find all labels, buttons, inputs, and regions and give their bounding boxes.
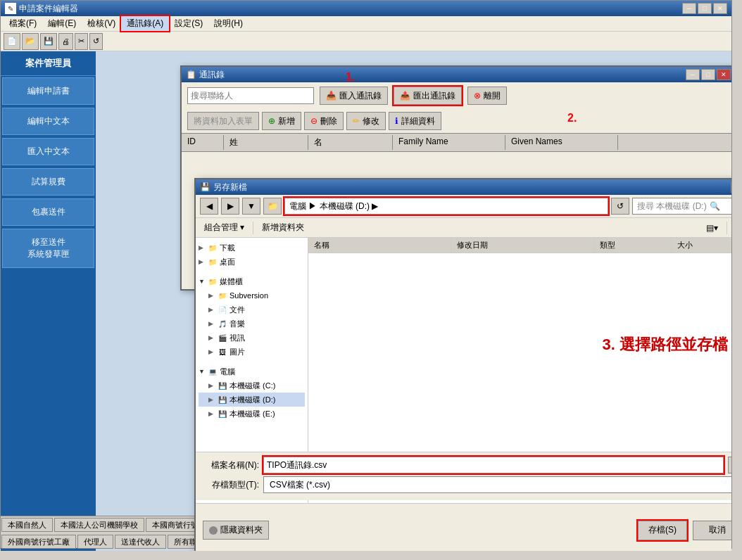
sidebar-item-import-chinese[interactable]: 匯入中文本 — [2, 138, 94, 165]
addr-maximize-btn[interactable]: □ — [701, 69, 715, 80]
expand-icon: ▼ — [199, 278, 207, 285]
expand-icon: ▶ — [208, 382, 217, 389]
sidebar-item-edit-app[interactable]: 編輯申請書 — [2, 77, 94, 105]
delete-contact-button[interactable]: ⊖ 刪除 — [304, 112, 344, 130]
nav-path[interactable]: 電腦 ▶ 本機磁碟 (D:) ▶ — [284, 198, 608, 215]
tree-item-download[interactable]: ▶ 📁 下載 — [199, 241, 305, 255]
tree-label: 下載 — [220, 243, 235, 253]
new-icon: ⊕ — [268, 116, 275, 126]
nav-bar: ◀ ▶ ▼ 📁 電腦 ▶ 本機磁碟 (D:) ▶ ↺ 搜尋 本機磁碟 (D:) … — [196, 195, 731, 218]
new-contact-button[interactable]: ⊕ 新增 — [262, 112, 301, 130]
filename-input[interactable] — [263, 457, 724, 473]
expand-icon: ▶ — [208, 320, 217, 327]
filetype-row: 存檔類型(T): CSV檔案 (*.csv) — [203, 476, 731, 493]
menu-settings[interactable]: 設定(S) — [169, 16, 208, 31]
tree-label: 文件 — [229, 305, 245, 315]
save-button[interactable]: 存檔(S) — [638, 521, 687, 540]
files-header: 名稱 修改日期 類型 大小 — [308, 238, 731, 253]
sidebar-item-calc-fee[interactable]: 試算規費 — [2, 168, 94, 196]
filetype-select[interactable]: CSV檔案 (*.csv) — [263, 476, 731, 493]
main-toolbar: 📄 📂 💾 🖨 ✂ ↺ — [1, 32, 731, 51]
expand-icon: ▶ — [208, 396, 217, 403]
menu-address[interactable]: 通訊錄(A) — [121, 16, 169, 31]
close-address-button[interactable]: ⊗ 離開 — [467, 87, 507, 105]
tab-delivery[interactable]: 送達代收人 — [115, 535, 166, 549]
detail-contact-button[interactable]: ℹ 詳細資料 — [389, 112, 441, 130]
toolbar-refresh[interactable]: ↺ — [89, 33, 103, 50]
close-button[interactable]: ✕ — [713, 3, 727, 14]
toolbar-print[interactable]: 🖨 — [58, 33, 73, 50]
sidebar-item-package[interactable]: 包裹送件 — [2, 198, 94, 226]
toolbar-save[interactable]: 💾 — [40, 33, 57, 50]
tree-item-drive-d[interactable]: ▶ 💾 本機磁碟 (D:) — [199, 393, 305, 407]
nav-forward-btn[interactable]: ▶ — [221, 198, 239, 215]
tab-local-natural[interactable]: 本國自然人 — [1, 518, 53, 532]
toolbar-open[interactable]: 📂 — [22, 33, 39, 50]
addr-close-btn[interactable]: ✕ — [717, 69, 731, 80]
export-contacts-button[interactable]: 📤 匯出通訊錄 — [394, 87, 462, 105]
saveas-window: 💾 另存新檔 ✕ ◀ ▶ ▼ 📁 電腦 ▶ 本機磁碟 (D:) ▶ ↺ 搜尋 本… — [194, 178, 731, 551]
search-input[interactable] — [187, 87, 314, 104]
sidebar-item-edit-chinese[interactable]: 編輯中文本 — [2, 108, 94, 135]
tree-label: 本機磁碟 (C:) — [229, 381, 275, 391]
import-contacts-button[interactable]: 📥 匯入通訊錄 — [320, 87, 388, 105]
folder-icon: 📁 — [207, 276, 218, 287]
menu-file[interactable]: 檔案(F) — [4, 16, 42, 31]
step1-annotation: 1. — [346, 71, 355, 84]
addr-minimize-btn[interactable]: ─ — [686, 69, 700, 80]
edit-icon: ✏ — [353, 116, 360, 126]
drive-icon: 💾 — [217, 380, 228, 391]
app-window: ✎ 申請案件編輯器 ─ □ ✕ 檔案(F) 編輯(E) 檢核(V) 通訊錄(A)… — [0, 0, 732, 549]
video-icon: 🎬 — [217, 332, 228, 343]
view-btn[interactable]: ▤▾ — [702, 222, 722, 234]
hide-icon — [209, 526, 218, 535]
maximize-button[interactable]: □ — [698, 3, 712, 14]
cancel-button[interactable]: 取消 — [693, 521, 731, 540]
edit-contact-button[interactable]: ✏ 修改 — [346, 112, 386, 130]
minimize-button[interactable]: ─ — [682, 3, 696, 14]
tree-item-documents[interactable]: ▶ 📄 文件 — [199, 303, 305, 317]
delete-icon: ⊖ — [310, 116, 317, 126]
menu-check[interactable]: 檢核(V) — [82, 16, 121, 31]
address-toolbar1: 📥 匯入通訊錄 📤 匯出通訊錄 ⊗ 離開 — [182, 82, 731, 109]
tree-item-desktop[interactable]: ▶ 📁 桌面 — [199, 255, 305, 269]
nav-search-input[interactable]: 搜尋 本機磁碟 (D:) 🔍 — [632, 198, 731, 215]
computer-icon: 💻 — [207, 366, 218, 377]
sidebar-item-move-draft[interactable]: 移至送件 系統發草匣 — [2, 229, 94, 268]
organize-btn[interactable]: 組合管理 ▾ — [200, 220, 249, 235]
new-folder-btn[interactable]: 新增資料夾 — [258, 220, 308, 235]
nav-refresh-btn[interactable]: ↺ — [611, 198, 629, 215]
saveas-close-btn[interactable]: ✕ — [731, 182, 731, 193]
nav-back-btn[interactable]: ◀ — [200, 198, 218, 215]
expand-icon: ▶ — [208, 348, 217, 355]
toolbar-new[interactable]: 📄 — [4, 33, 20, 50]
address-toolbar2: 將資料加入表單 ⊕ 新增 ⊖ 刪除 ✏ 修改 ℹ — [182, 109, 731, 133]
tree-item-drive-c[interactable]: ▶ 💾 本機磁碟 (C:) — [199, 378, 305, 393]
tree-item-images[interactable]: ▶ 🖼 圖片 — [199, 345, 305, 359]
address-title: 通訊錄 — [199, 69, 684, 81]
add-to-form-button[interactable]: 將資料加入表單 — [187, 112, 259, 130]
search-icon: 🔍 — [710, 201, 720, 211]
col-name: 名稱 — [308, 238, 451, 253]
tree-item-video[interactable]: ▶ 🎬 視訊 — [199, 331, 305, 345]
toolbar-cut[interactable]: ✂ — [75, 33, 88, 50]
filename-dropdown-arrow[interactable]: ▼ — [728, 457, 731, 473]
drive-icon: 💾 — [217, 394, 228, 405]
tree-item-subversion[interactable]: ▶ 📁 Subversion — [199, 288, 305, 303]
menu-edit[interactable]: 編輯(E) — [42, 16, 82, 31]
tab-agent[interactable]: 代理人 — [77, 535, 113, 549]
tree-item-music[interactable]: ▶ 🎵 音樂 — [199, 317, 305, 331]
tree-label: 音樂 — [229, 319, 245, 329]
tree-item-drive-e[interactable]: ▶ 💾 本機磁碟 (E:) — [199, 407, 305, 421]
tree-item-media[interactable]: ▼ 📁 媒體櫃 — [199, 274, 305, 288]
export-icon: 📤 — [400, 91, 410, 101]
menu-help[interactable]: 說明(H) — [208, 16, 249, 31]
nav-folder-btn[interactable]: 📁 — [263, 198, 282, 215]
nav-up-btn[interactable]: ▼ — [242, 198, 260, 215]
window-controls: ─ □ ✕ — [682, 3, 727, 14]
tab-local-company[interactable]: 本國法人公司機關學校 — [54, 518, 144, 532]
tab-foreign-business[interactable]: 外國商號行號工廠 — [1, 535, 76, 549]
toolbar-sep2 — [727, 222, 727, 234]
hide-folders-button[interactable]: 隱藏資料夾 — [203, 521, 269, 540]
tree-item-computer[interactable]: ▼ 💻 電腦 — [199, 364, 305, 378]
